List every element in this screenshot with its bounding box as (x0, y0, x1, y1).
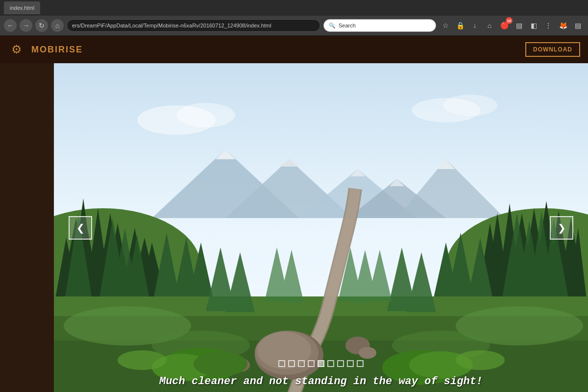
address-bar[interactable]: ers/DreamPiF/AppData/Local/Temp/Mobirise… (67, 19, 320, 32)
address-bar-row: ← → ↻ ⌂ ers/DreamPiF/AppData/Local/Temp/… (0, 16, 588, 35)
left-sidebar (0, 36, 54, 392)
slide-dot-3[interactable] (298, 360, 305, 367)
app-logo-icon: ⚙ (8, 41, 25, 58)
slider-container: ❮ ❯ Much cleaner and not standing in the… (54, 63, 588, 392)
svg-point-61 (194, 352, 247, 376)
search-bar[interactable]: 🔍 Search (323, 19, 436, 32)
slide-dots (278, 360, 364, 367)
slide-image (54, 63, 588, 392)
search-placeholder-text: Search (339, 23, 356, 28)
app-header: ⚙ MOBIRISE DOWNLOAD (0, 36, 588, 63)
notifications-badge[interactable]: 🔴 10 (498, 19, 511, 32)
home-icon-button[interactable]: ⌂ (483, 19, 496, 32)
address-text: ers/DreamPiF/AppData/Local/Temp/Mobirise… (72, 23, 271, 28)
menu-button[interactable]: ▤ (513, 19, 525, 32)
slide-dot-5[interactable] (318, 360, 324, 367)
slide-dot-7[interactable] (337, 360, 344, 367)
bookmark-button[interactable]: ☆ (439, 19, 452, 32)
gear-icon: ⚙ (11, 43, 22, 56)
search-icon: 🔍 (329, 23, 336, 29)
main-content: ❮ ❯ Much cleaner and not standing in the… (54, 63, 588, 392)
tab-label: index.html (10, 5, 34, 11)
svg-point-57 (359, 347, 376, 359)
slide-caption: Much cleaner and not standing in the way… (54, 375, 588, 388)
slider-prev-button[interactable]: ❮ (69, 216, 92, 240)
svg-point-78 (443, 95, 497, 116)
slide-dot-4[interactable] (308, 360, 315, 367)
svg-point-65 (456, 350, 505, 370)
download-button[interactable]: DOWNLOAD (525, 42, 580, 57)
back-button[interactable]: ← (4, 19, 17, 32)
tab-bar: index.html (0, 0, 588, 16)
more-button[interactable]: ⋮ (542, 19, 555, 32)
svg-point-64 (118, 350, 167, 370)
slide-dot-8[interactable] (347, 360, 354, 367)
slide-dot-2[interactable] (288, 360, 295, 367)
slider-next-button[interactable]: ❯ (550, 216, 573, 240)
extra-button2[interactable]: ▤ (571, 19, 584, 32)
extra-button[interactable]: 🦊 (557, 19, 569, 32)
slide-dot-1[interactable] (278, 360, 285, 367)
app-title: MOBIRISE (31, 45, 83, 55)
toolbar-icons: ☆ 🔒 ↓ ⌂ 🔴 10 ▤ ◧ ⋮ 🦊 ▤ (439, 19, 584, 32)
refresh-button[interactable]: ↻ (35, 19, 48, 32)
arrow-left-icon: ❮ (76, 222, 85, 234)
slide-dot-6[interactable] (327, 360, 334, 367)
slide-dot-9[interactable] (357, 360, 364, 367)
browser-chrome: index.html ← → ↻ ⌂ ers/DreamPiF/AppData/… (0, 0, 588, 36)
home-button[interactable]: ⌂ (51, 19, 64, 32)
arrow-right-icon: ❯ (558, 222, 566, 234)
forward-button[interactable]: → (20, 19, 32, 32)
svg-point-76 (176, 103, 235, 127)
app-area: ⚙ MOBIRISE DOWNLOAD (0, 36, 588, 392)
extensions-button[interactable]: ◧ (527, 19, 540, 32)
download-browser-button[interactable]: ↓ (468, 19, 481, 32)
browser-tab[interactable]: index.html (4, 1, 40, 14)
badge-count: 10 (506, 17, 513, 24)
lock-button[interactable]: 🔒 (454, 19, 466, 32)
